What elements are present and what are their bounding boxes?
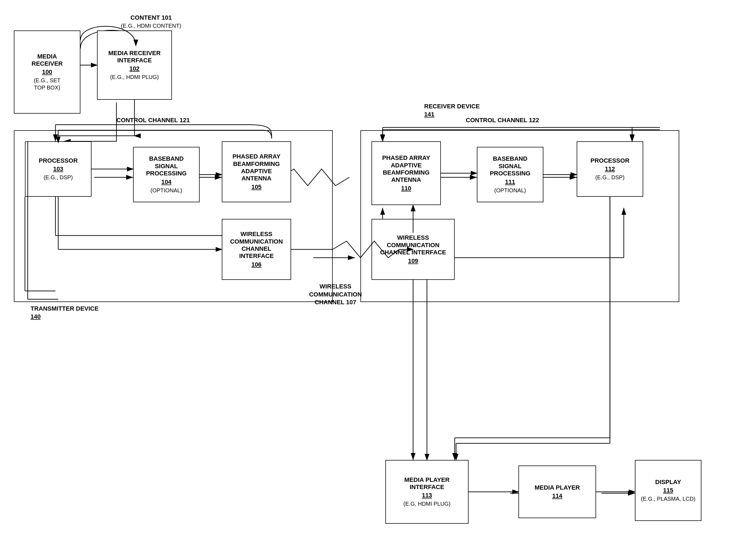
media-player-box: MEDIA PLAYER 114 <box>518 465 596 518</box>
processor-103-box: PROCESSOR 103 (E.G., DSP) <box>25 141 92 197</box>
processor-112-box: PROCESSOR 112 (E.G., DSP) <box>577 141 643 197</box>
content-label: CONTENT 101 (E.G., HDMI CONTENT) <box>107 14 195 30</box>
media-receiver-interface-box: MEDIA RECEIVERINTERFACE 102 (E.G., HDMI … <box>97 30 172 100</box>
baseband-111-box: BASEBANDSIGNAL PROCESSING 111 (OPTIONAL) <box>477 147 543 202</box>
phased-array-110-box: PHASED ARRAYADAPTIVEBEAMFORMINGANTENNA 1… <box>372 141 441 205</box>
wireless-106-box: WIRELESSCOMMUNICATIONCHANNEL INTERFACE 1… <box>222 219 291 280</box>
receiver-device-label: RECEIVER DEVICE 141 <box>424 102 496 118</box>
phased-array-105-box: PHASED ARRAYBEAMFORMINGADAPTIVEANTENNA 1… <box>222 141 291 202</box>
control-channel-122-label: CONTROL CHANNEL 122 <box>466 116 577 124</box>
wireless-109-box: WIRELESSCOMMUNICATIONCHANNEL INTERFACE 1… <box>372 219 455 280</box>
diagram: CONTENT 101 (E.G., HDMI CONTENT) MEDIARE… <box>0 0 748 560</box>
display-box: DISPLAY 115 (E.G., PLASMA, LCD) <box>635 460 701 521</box>
transmitter-device-label: TRANSMITTER DEVICE 140 <box>30 305 108 321</box>
control-channel-121-label: CONTROL CHANNEL 121 <box>116 116 227 124</box>
media-receiver-box: MEDIARECEIVER 100 (E.G., SETTOP BOX) <box>14 30 80 114</box>
media-player-interface-box: MEDIA PLAYERINTERFACE 113 (E.G, HDMI PLU… <box>385 460 469 524</box>
baseband-104-box: BASEBANDSIGNAL PROCESSING 104 (OPTIONAL) <box>133 147 200 202</box>
